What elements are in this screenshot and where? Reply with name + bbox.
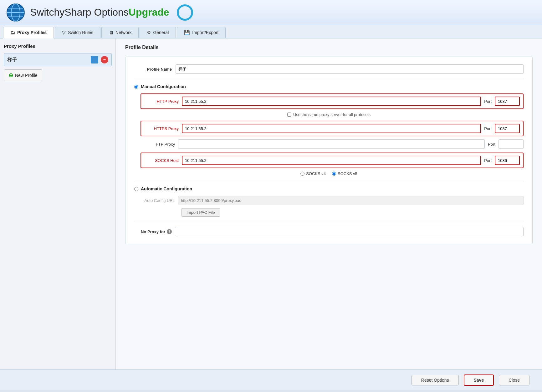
auto-config-section-header: Automatic Configuration (134, 186, 524, 191)
general-icon: ⚙ (147, 30, 151, 35)
socks-v5-label: SOCKS v5 (338, 171, 357, 176)
no-proxy-label: No Proxy for ? (134, 229, 172, 234)
profile-name-field-label: Profile Name (134, 67, 172, 72)
same-proxy-label: Use the same proxy server for all protoc… (293, 112, 371, 117)
app-logo (6, 3, 25, 22)
divider-3 (134, 222, 524, 222)
save-button[interactable]: Save (464, 374, 494, 386)
upgrade-circle-icon (177, 4, 193, 21)
import-pac-row: Import PAC File (141, 208, 524, 217)
divider-1 (134, 79, 524, 79)
app-header: SwitchySharp OptionsUpgrade (0, 0, 542, 25)
ftp-proxy-label: FTP Proxy (141, 142, 175, 147)
profile-name-input[interactable] (176, 64, 524, 74)
sidebar-title: Proxy Profiles (4, 43, 112, 49)
close-button[interactable]: Close (499, 375, 529, 385)
tab-general[interactable]: ⚙ General (140, 27, 176, 38)
tab-network[interactable]: 🖥 Network (101, 27, 139, 38)
tab-import-export[interactable]: 💾 Import/Export (177, 27, 226, 38)
https-proxy-box: HTTPS Proxy Port (141, 121, 524, 136)
https-proxy-input[interactable] (182, 124, 481, 133)
https-proxy-row: HTTPS Proxy Port (144, 124, 520, 133)
socks-host-input[interactable] (182, 156, 481, 165)
auto-config-url-row: Auto Config URL (141, 196, 524, 205)
http-proxy-input[interactable] (182, 97, 481, 106)
socks-port-input[interactable] (495, 156, 520, 165)
socks-host-row: SOCKS Host Port (144, 156, 520, 165)
main-content: Proxy Profiles 梯子 − ⊕ New Profile Profil… (0, 38, 542, 369)
socks-port-label: Port (484, 158, 492, 163)
http-port-label: Port (484, 99, 492, 104)
socks-host-box: SOCKS Host Port (141, 153, 524, 168)
ftp-proxy-row: FTP Proxy Port (134, 139, 524, 149)
list-item: 梯子 − (4, 53, 112, 66)
same-proxy-checkbox[interactable] (287, 113, 291, 117)
ftp-port-input[interactable] (499, 139, 524, 149)
import-export-icon: 💾 (184, 30, 190, 35)
profile-form: Profile Name Manual Configuration HTTP P… (125, 57, 533, 244)
no-proxy-row: No Proxy for ? (134, 227, 524, 236)
ftp-port-label: Port (488, 142, 495, 147)
app-title: SwitchySharp OptionsUpgrade (30, 7, 169, 18)
socks-host-label: SOCKS Host (144, 158, 179, 163)
manual-config-radio[interactable] (134, 85, 138, 89)
no-proxy-help-icon[interactable]: ? (167, 229, 172, 234)
auto-config-fields: Auto Config URL Import PAC File (134, 196, 524, 217)
http-proxy-label: HTTP Proxy (144, 99, 179, 104)
http-proxy-box: HTTP Proxy Port (141, 93, 524, 109)
socks-v4-radio[interactable] (300, 172, 304, 176)
profile-color-button[interactable] (91, 56, 98, 63)
socks-version-row: SOCKS v4 SOCKS v5 (134, 171, 524, 176)
sidebar: Proxy Profiles 梯子 − ⊕ New Profile (0, 38, 116, 369)
http-proxy-row: HTTP Proxy Port (144, 97, 520, 106)
tab-switch-rules[interactable]: ▽ Switch Rules (55, 27, 100, 38)
import-pac-button[interactable]: Import PAC File (181, 208, 220, 217)
auto-config-url-label: Auto Config URL (141, 198, 175, 203)
auto-config-label: Automatic Configuration (141, 186, 192, 191)
footer: Reset Options Save Close (0, 369, 542, 390)
profile-details-panel: Profile Details Profile Name Manual Conf… (116, 38, 542, 369)
no-proxy-input[interactable] (175, 227, 524, 236)
tab-proxy-profiles[interactable]: 🗂 Proxy Profiles (3, 27, 54, 38)
auto-config-url-input[interactable] (178, 196, 524, 205)
same-proxy-row: Use the same proxy server for all protoc… (134, 112, 524, 117)
http-port-input[interactable] (495, 97, 520, 106)
reset-options-button[interactable]: Reset Options (412, 375, 459, 385)
network-icon: 🖥 (109, 30, 113, 35)
https-port-label: Port (484, 126, 492, 131)
https-port-input[interactable] (495, 124, 520, 133)
manual-config-section-header: Manual Configuration (134, 84, 524, 89)
new-profile-button[interactable]: ⊕ New Profile (4, 69, 42, 81)
socks-v5-option: SOCKS v5 (332, 171, 357, 176)
socks-v5-radio[interactable] (332, 172, 336, 176)
auto-config-radio[interactable] (134, 187, 138, 191)
socks-v4-option: SOCKS v4 (300, 171, 326, 176)
profile-name-row: Profile Name (134, 64, 524, 74)
proxy-profiles-icon: 🗂 (10, 30, 15, 35)
panel-title: Profile Details (125, 45, 533, 50)
manual-config-label: Manual Configuration (141, 84, 186, 89)
socks-v4-label: SOCKS v4 (306, 171, 326, 176)
https-proxy-label: HTTPS Proxy (144, 126, 179, 131)
divider-2 (134, 181, 524, 181)
profile-delete-button[interactable]: − (101, 56, 108, 63)
profile-name-label: 梯子 (7, 57, 88, 63)
ftp-proxy-input[interactable] (178, 139, 485, 149)
plus-icon: ⊕ (8, 72, 13, 79)
tab-bar: 🗂 Proxy Profiles ▽ Switch Rules 🖥 Networ… (0, 25, 542, 38)
switch-rules-icon: ▽ (62, 30, 66, 35)
